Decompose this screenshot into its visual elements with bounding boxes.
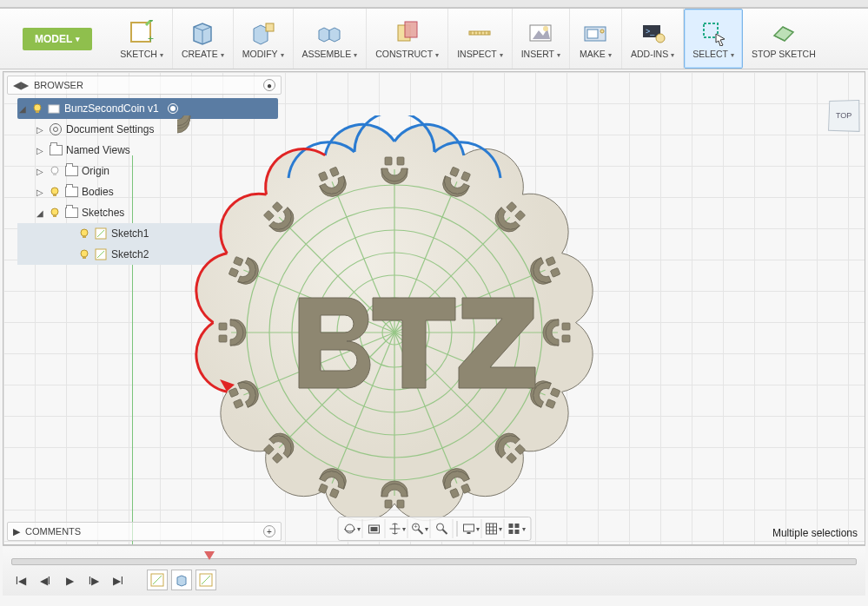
tree-label: Origin [82, 165, 109, 177]
dropdown-icon [434, 49, 439, 59]
dropdown-icon [220, 49, 224, 59]
ribbon-group-assemble[interactable]: ASSEMBLE [294, 9, 368, 69]
timeline-next-button[interactable]: I▶ [84, 571, 103, 590]
folder-icon [64, 185, 78, 199]
ribbon-label-select: SELECT [692, 49, 728, 59]
ribbon-group-inspect[interactable]: INSPECT [448, 9, 513, 69]
viewport-layout-button[interactable] [506, 519, 527, 538]
expand-icon[interactable]: ▷ [35, 146, 45, 155]
timeline-feature-sketch2[interactable] [195, 570, 216, 590]
chevron-left-icon[interactable]: ◀▶ [13, 79, 29, 91]
svg-rect-62 [371, 527, 378, 531]
svg-point-22 [51, 188, 58, 194]
browser-panel-header[interactable]: ◀▶ BROWSER ● [7, 76, 282, 95]
bulb-icon[interactable] [78, 227, 90, 240]
expand-icon[interactable]: ▷ [35, 125, 45, 135]
modeling-canvas[interactable]: ◀▶ BROWSER ● ◢ BunzSecondCoin v1 ▷ Docum… [3, 71, 865, 545]
comments-panel-header[interactable]: ▶ COMMENTS + [7, 522, 282, 541]
folder-icon [64, 164, 78, 178]
folder-icon [64, 206, 78, 220]
svg-rect-23 [53, 194, 56, 196]
ribbon-group-create[interactable]: CREATE [173, 9, 234, 69]
bulb-icon[interactable] [49, 207, 61, 219]
svg-rect-69 [467, 532, 470, 534]
svg-rect-19 [49, 105, 59, 113]
svg-rect-18 [36, 110, 39, 113]
svg-rect-74 [515, 530, 520, 534]
timeline-bar: I◀ ◀I ▶ I▶ ▶I [3, 545, 865, 596]
tree-label: Sketches [82, 207, 124, 219]
tree-label: Named Views [66, 144, 130, 156]
insert-icon [527, 19, 554, 47]
create-icon [189, 19, 216, 47]
bulb-icon[interactable] [49, 186, 61, 198]
look-at-button[interactable] [364, 519, 385, 538]
dropdown-icon [499, 49, 503, 59]
dropdown-icon [159, 49, 163, 59]
selection-status-text: Multiple selections [772, 527, 858, 539]
add-comment-icon[interactable]: + [263, 525, 275, 537]
viewcube-face[interactable]: TOP [828, 100, 860, 132]
ribbon-label-stop-sketch: STOP SKETCH [752, 49, 816, 59]
orbit-button[interactable] [341, 519, 362, 538]
chevron-right-icon[interactable]: ▶ [13, 526, 20, 537]
timeline-prev-button[interactable]: ◀I [36, 571, 55, 590]
bulb-icon[interactable] [49, 165, 61, 177]
active-component-radio[interactable] [168, 103, 178, 114]
bulb-icon[interactable] [78, 248, 90, 260]
timeline-feature-sketch1[interactable] [147, 570, 168, 590]
grid-settings-button[interactable] [483, 519, 504, 538]
workspace-switcher-button[interactable]: MODEL [23, 28, 92, 50]
display-settings-button[interactable] [461, 519, 481, 538]
stop-sketch-icon [770, 19, 798, 47]
viewcube[interactable]: TOP [821, 82, 865, 135]
timeline-first-button[interactable]: I◀ [11, 571, 30, 590]
zoom-button[interactable]: + [409, 519, 430, 538]
ribbon-group-stop-sketch[interactable]: STOP SKETCH [743, 9, 825, 69]
pan-button[interactable] [387, 519, 407, 538]
ribbon-label-make: MAKE [580, 49, 606, 59]
expand-icon[interactable]: ▷ [35, 188, 45, 197]
dropdown-icon [353, 49, 357, 59]
separator [456, 521, 457, 537]
collapse-icon[interactable]: ◢ [17, 104, 28, 114]
gear-icon [49, 122, 63, 136]
browser-panel-title: BROWSER [34, 80, 83, 90]
bulb-icon[interactable] [31, 102, 43, 115]
tree-root-label: BunzSecondCoin v1 [64, 102, 159, 115]
browser-options-icon[interactable]: ● [263, 79, 275, 91]
ribbon-group-sketch[interactable]: + SKETCH [111, 9, 173, 69]
svg-rect-30 [83, 256, 86, 259]
timeline-playhead[interactable] [204, 551, 215, 560]
modify-icon [249, 19, 277, 47]
svg-rect-21 [53, 173, 56, 175]
svg-rect-3 [266, 23, 274, 31]
ribbon-group-construct[interactable]: CONSTRUCT [367, 9, 448, 69]
ribbon-group-make[interactable]: MAKE [570, 9, 622, 69]
viewcube-face-label: TOP [836, 111, 851, 120]
svg-rect-71 [509, 524, 514, 528]
ribbon-group-insert[interactable]: INSERT [513, 9, 570, 69]
timeline-last-button[interactable]: ▶I [109, 571, 128, 590]
model-body-coin[interactable] [177, 115, 612, 545]
svg-point-15 [656, 34, 665, 43]
sketch-icon [94, 227, 108, 240]
document-tab-strip [0, 0, 868, 8]
dropdown-icon [730, 49, 734, 59]
expand-icon[interactable]: ▷ [35, 167, 45, 176]
svg-line-67 [443, 530, 447, 534]
tree-label: Sketch1 [111, 227, 149, 240]
timeline-feature-extrude[interactable] [171, 570, 192, 590]
ribbon-group-select[interactable]: SELECT [684, 9, 743, 69]
ribbon-group-modify[interactable]: MODIFY [234, 9, 294, 69]
ribbon-label-inspect: INSPECT [457, 49, 497, 59]
collapse-icon[interactable]: ◢ [35, 208, 45, 218]
tree-label: Sketch2 [111, 248, 149, 260]
fit-button[interactable] [432, 519, 453, 538]
svg-text:+: + [414, 524, 417, 530]
workspace-mode-label: MODEL [35, 33, 72, 45]
timeline-play-button[interactable]: ▶ [60, 571, 79, 590]
svg-rect-11 [587, 30, 598, 38]
ribbon-group-addins[interactable]: >_ ADD-INS [622, 9, 684, 69]
make-icon [581, 19, 609, 47]
